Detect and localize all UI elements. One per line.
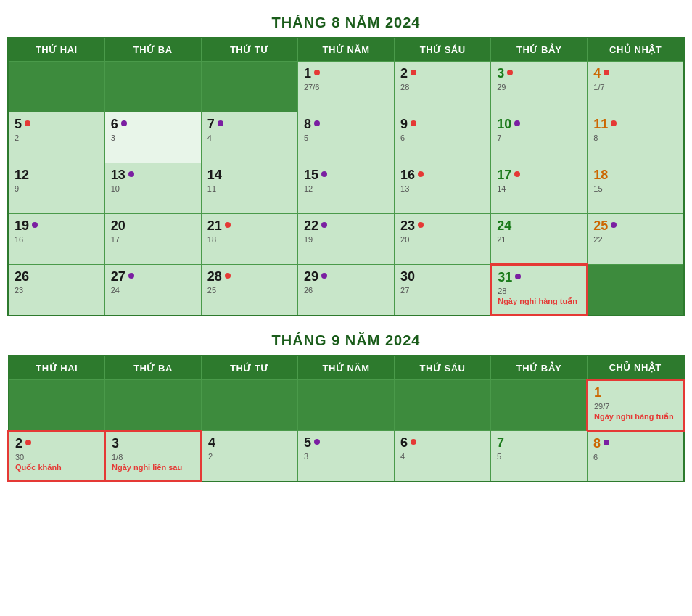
lunar-date: 5 [304,134,388,142]
day-number: 16 [400,168,415,183]
day-dot [321,171,327,177]
day-number: 1 [594,385,601,401]
calendar-cell: 2825 [201,265,297,316]
day-number: 2 [15,436,22,451]
calendar-cell [395,380,491,431]
day-dot [411,120,416,126]
day-number: 7 [497,435,504,451]
calendar-cell: 118 [588,112,684,163]
lunar-date: 25 [207,286,292,295]
day-number: 2 [400,66,408,81]
calendar-cell: 41/7 [588,62,684,112]
lunar-date: 4 [400,452,485,461]
day-header: THỨ SÁU [395,356,491,380]
day-header: THỨ HAI [8,38,104,62]
lunar-date: 21 [497,235,581,244]
calendar-cell: 86 [588,431,684,482]
calendar-cell: 2017 [104,214,201,265]
calendar-cell: 107 [491,112,588,163]
calendar-cell: 3027 [395,265,491,316]
calendar-cell: 228 [395,62,491,112]
day-dot [218,120,223,126]
lunar-date: 20 [400,235,485,244]
calendar-cell [104,62,201,112]
day-number: 4 [208,435,215,451]
lunar-date: 27 [400,286,484,295]
day-number: 9 [400,117,408,132]
day-dot [411,70,416,75]
day-number: 24 [497,218,511,234]
august-calendar: THỨ HAITHỨ BATHỨ TƯTHỨ NĂMTHỨ SÁUTHỨ BẢY… [7,37,685,316]
day-number: 13 [111,168,125,183]
calendar-cell: 2623 [8,265,104,316]
day-number: 15 [304,168,318,183]
day-number: 18 [593,168,608,183]
lunar-date: 4 [207,134,292,142]
calendar-cell: 2926 [297,265,394,316]
lunar-date: 6 [593,453,677,461]
day-dot [507,70,513,75]
calendar-cell: 2219 [297,214,394,265]
calendar-cell: 1613 [395,163,491,214]
calendar-cell: 74 [201,112,297,163]
day-number: 17 [497,168,511,183]
calendar-cell: 2118 [201,214,297,265]
day-number: 5 [304,435,311,451]
lunar-date: 11 [207,184,292,193]
september-calendar: THỨ HAITHỨ BATHỨ TƯTHỨ NĂMTHỨ SÁUTHỨ BẢY… [7,355,685,482]
calendar-cell: 230Quốc khánh [9,431,105,482]
lunar-date: 27/6 [304,83,388,91]
day-label: Quốc khánh [15,463,98,472]
day-label: Ngày nghi hàng tuần [498,297,580,306]
day-number: 20 [111,218,125,234]
month-separator [7,316,685,325]
day-header: THỨ NĂM [298,356,395,380]
lunar-date: 28 [498,287,580,295]
day-number: 10 [497,117,511,132]
calendar-cell: 52 [8,112,104,163]
calendar-cell: 53 [298,431,395,482]
day-number: 6 [111,117,118,132]
day-number: 29 [304,269,318,284]
day-number: 30 [400,269,415,284]
day-number: 31 [498,270,512,285]
lunar-date: 23 [15,286,99,295]
lunar-date: 15 [593,184,677,193]
lunar-date: 3 [304,452,388,461]
calendar-container: THÁNG 8 NĂM 2024 THỨ HAITHỨ BATHỨ TƯTHỨ … [7,7,685,482]
day-number: 26 [15,269,29,284]
day-number: 21 [207,218,222,234]
calendar-cell [9,380,105,431]
day-header: CHỦ NHẬT [588,38,684,62]
lunar-date: 2 [208,452,292,461]
lunar-date: 19 [304,235,388,244]
day-header: THỨ TƯ [202,356,298,380]
day-dot [25,120,30,126]
calendar-cell [201,62,297,112]
calendar-cell: 2320 [395,214,491,265]
day-header: THỨ BA [105,356,202,380]
day-header: THỨ HAI [9,356,105,380]
calendar-cell: 129/7Ngày nghi hàng tuần [588,380,684,431]
lunar-date: 18 [207,235,292,244]
day-label: Ngày nghi liên sau [112,463,194,472]
day-number: 4 [593,66,601,81]
day-number: 3 [112,436,119,451]
day-dot [515,274,521,279]
september-title: THÁNG 9 NĂM 2024 [7,325,685,355]
calendar-cell: 129 [8,163,104,214]
lunar-date: 16 [15,235,99,244]
day-number: 3 [497,66,504,81]
day-dot [32,222,38,228]
lunar-date: 3 [111,134,195,142]
day-number: 19 [15,218,29,234]
day-header: THỨ BA [104,38,201,62]
day-dot [321,273,327,279]
lunar-date: 5 [497,452,581,461]
day-dot [225,222,231,228]
calendar-cell: 3128Ngày nghi hàng tuần [491,265,588,316]
day-dot [611,120,617,126]
lunar-date: 22 [593,235,677,244]
lunar-date: 14 [497,184,581,193]
day-dot [604,440,609,445]
